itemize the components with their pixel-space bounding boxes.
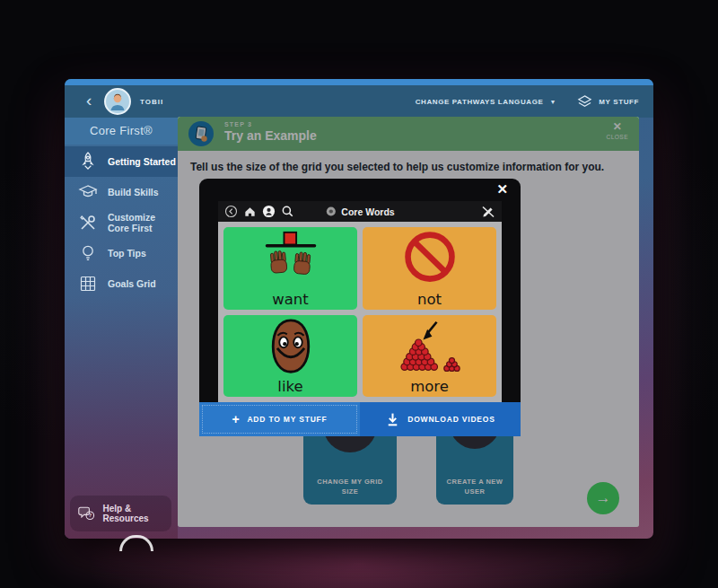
back-icon[interactable] [224, 205, 238, 218]
sidebar-item-goals-grid[interactable]: Goals Grid [65, 268, 178, 299]
app-window: ‹ TOBII CHANGE PATHWAYS LANGUAGE ▼ MY ST… [65, 79, 653, 539]
close-icon: ✕ [496, 181, 508, 197]
add-to-my-stuff-button[interactable]: + ADD TO MY STUFF [199, 402, 360, 436]
sidebar-item-getting-started[interactable]: Getting Started [65, 146, 178, 177]
sidebar-title: Core First® [65, 118, 178, 145]
grid-cell-like[interactable]: like [223, 315, 357, 398]
layers-icon [577, 94, 592, 110]
download-videos-button[interactable]: DOWNLOAD VIDEOS [360, 402, 521, 436]
user-circle-icon[interactable] [262, 205, 276, 218]
sidebar-item-label: Build Skills [108, 187, 159, 197]
hands-reaching-icon [223, 230, 357, 287]
edit-disabled-icon[interactable] [481, 205, 495, 219]
graduation-cap-icon [76, 180, 100, 204]
my-stuff-label: MY STUFF [599, 98, 639, 106]
change-language-button[interactable]: CHANGE PATHWAYS LANGUAGE ▼ [416, 98, 556, 106]
chevron-down-icon: ▼ [549, 99, 556, 105]
window-accent-strip [65, 79, 653, 85]
sidebar: Core First® Getting Started [65, 118, 178, 539]
prohibition-icon [363, 230, 496, 287]
avatar[interactable] [104, 88, 131, 115]
app-header: ‹ TOBII CHANGE PATHWAYS LANGUAGE ▼ MY ST… [65, 85, 653, 118]
example-modal: ✕ [199, 179, 521, 436]
help-resources-label: Help & Resources [102, 504, 171, 523]
sidebar-item-label: Top Tips [108, 248, 146, 259]
modal-body: ✕ [199, 179, 521, 402]
cell-label: not [417, 292, 442, 309]
cell-label: want [272, 292, 309, 309]
sidebar-item-build-skills[interactable]: Build Skills [65, 177, 178, 207]
add-to-my-stuff-label: ADD TO MY STUFF [247, 415, 327, 424]
plus-icon: + [232, 413, 240, 426]
core-words-board: Core Words [218, 201, 502, 402]
word-grid: want not [218, 222, 502, 402]
user-name: TOBII [140, 98, 163, 106]
rocket-icon [76, 150, 100, 173]
help-chat-icon: ? [77, 503, 96, 524]
lightbulb-icon [76, 241, 100, 265]
download-icon [385, 412, 400, 427]
back-icon[interactable]: ‹ [86, 91, 92, 110]
person-avatar-icon [106, 90, 129, 113]
tools-icon [76, 211, 100, 234]
grid-icon [76, 272, 100, 295]
cell-label: more [410, 379, 449, 396]
sidebar-item-label: Getting Started [108, 156, 176, 167]
grid-cell-not[interactable]: not [363, 227, 496, 310]
smiling-face-icon [223, 318, 357, 375]
my-stuff-button[interactable]: MY STUFF [577, 94, 639, 110]
search-icon[interactable] [281, 205, 294, 218]
berry-piles-icon [363, 318, 496, 375]
board-toolbar: Core Words [218, 201, 502, 222]
sidebar-item-label: Customize Core First [108, 212, 178, 233]
board-title: Core Words [341, 206, 394, 217]
modal-actions: + ADD TO MY STUFF DOWNLOAD VIDEOS [199, 402, 521, 436]
home-icon[interactable] [243, 205, 257, 218]
grid-cell-want[interactable]: want [223, 227, 357, 310]
modal-close-button[interactable]: ✕ [496, 181, 508, 197]
change-language-label: CHANGE PATHWAYS LANGUAGE [416, 98, 544, 106]
sidebar-item-label: Goals Grid [108, 278, 156, 289]
core-words-badge-icon [325, 206, 337, 217]
sidebar-item-customize-core-first[interactable]: Customize Core First [65, 207, 178, 238]
download-videos-label: DOWNLOAD VIDEOS [407, 415, 495, 424]
grid-cell-more[interactable]: more [363, 315, 496, 398]
sidebar-item-top-tips[interactable]: Top Tips [65, 238, 178, 268]
sidebar-item-help-resources[interactable]: ? Help & Resources [70, 496, 171, 531]
svg-text:?: ? [89, 513, 92, 518]
cell-label: like [277, 379, 302, 396]
